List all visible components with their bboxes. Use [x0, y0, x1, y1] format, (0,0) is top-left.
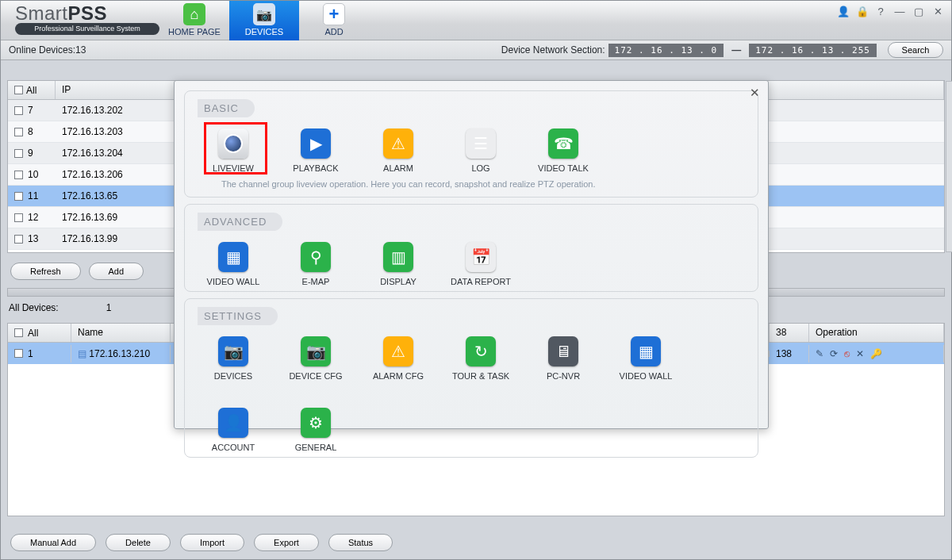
videowall-icon: ▦	[218, 242, 248, 272]
delete-button[interactable]: Delete	[106, 534, 171, 551]
pcnvr-icon: 🖥	[548, 336, 578, 366]
delete-icon[interactable]: ✕	[856, 348, 864, 359]
tab-devices[interactable]: 📷 DEVICES	[229, 1, 299, 40]
devicecfg-icon: 📷	[301, 336, 331, 366]
tab-home-page[interactable]: ⌂ HOME PAGE	[159, 1, 229, 40]
video-talk-button[interactable]: ☎VIDEO TALK	[536, 128, 591, 173]
pc-nvr-button[interactable]: 🖥PC-NVR	[536, 336, 591, 381]
checkbox[interactable]	[14, 192, 23, 201]
devices-settings-button[interactable]: 📷DEVICES	[205, 336, 261, 381]
dash: —	[731, 44, 741, 56]
row-index: 13	[28, 233, 38, 244]
vertical-scrollbar[interactable]	[946, 81, 952, 252]
edit-icon[interactable]: ✎	[816, 348, 823, 359]
general-icon: ⚙	[301, 408, 331, 438]
minimize-icon[interactable]: —	[894, 6, 905, 17]
devices-icon: 📷	[253, 3, 275, 25]
checkbox[interactable]	[14, 235, 23, 244]
checkbox[interactable]	[14, 171, 23, 179]
alarm-button[interactable]: ⚠ALARM	[370, 128, 426, 173]
video-wall-settings-button[interactable]: ▦VIDEO WALL	[618, 336, 674, 381]
tab-label: ADD	[324, 27, 343, 36]
videotalk-icon: ☎	[548, 128, 578, 159]
checkbox[interactable]	[14, 349, 23, 358]
ip-to-input[interactable]: 172 . 16 . 13 . 255	[749, 44, 877, 57]
manual-add-button[interactable]: Manual Add	[10, 534, 96, 551]
brand-title-bold: PSS	[68, 2, 108, 24]
basic-title: BASIC	[198, 99, 255, 117]
checkbox[interactable]	[14, 149, 23, 158]
checkbox[interactable]	[14, 106, 23, 115]
lock-icon[interactable]: 🔒	[856, 6, 867, 17]
export-button[interactable]: Export	[254, 534, 319, 551]
liveview-button[interactable]: LIVEVIEW	[205, 128, 261, 173]
footer-buttons: Manual Add Delete Import Export Status	[10, 534, 393, 551]
col-all[interactable]: All	[8, 81, 56, 99]
launch-label: E-MAP	[302, 277, 330, 286]
tab-label: DEVICES	[245, 27, 283, 36]
launch-label: PC-NVR	[547, 371, 580, 381]
title-bar: SmartPSS Professional Surveillance Syste…	[1, 1, 951, 40]
playback-button[interactable]: ▶PLAYBACK	[288, 128, 344, 173]
checkbox[interactable]	[14, 128, 23, 136]
row-operations: ✎ ⟳ ⎋ ✕ 🔑	[809, 345, 944, 362]
online-devices-count: 13	[75, 44, 86, 56]
row-index: 9	[28, 148, 33, 159]
col-operation[interactable]: Operation	[809, 324, 944, 342]
datareport-icon: 📅	[466, 242, 496, 272]
device-name-text: 172.16.13.210	[89, 348, 150, 359]
liveview-hint: The channel group liveview operation. He…	[198, 178, 745, 197]
launch-label: LIVEVIEW	[213, 163, 254, 173]
data-report-button[interactable]: 📅DATA REPORT	[453, 242, 509, 286]
ip-from-input[interactable]: 172 . 16 . 13 . 0	[608, 44, 724, 57]
online-buttons: Refresh Add	[10, 263, 144, 280]
checkbox[interactable]	[14, 86, 23, 94]
videowall-icon: ▦	[631, 336, 661, 366]
col-all[interactable]: All	[8, 324, 71, 342]
tab-add[interactable]: + ADD	[299, 1, 369, 40]
launch-label: VIDEO TALK	[538, 163, 589, 173]
log-button[interactable]: ☰LOG	[453, 128, 509, 173]
row-index: 1	[28, 348, 33, 359]
home-icon: ⌂	[183, 3, 205, 25]
general-button[interactable]: ⚙GENERAL	[288, 408, 344, 452]
video-wall-button[interactable]: ▦VIDEO WALL	[205, 242, 261, 286]
close-icon[interactable]: ✕	[750, 86, 760, 100]
refresh-button[interactable]: Refresh	[10, 263, 81, 280]
launch-label: DEVICE CFG	[289, 371, 342, 381]
maximize-icon[interactable]: ▢	[913, 6, 924, 17]
row-index: 10	[28, 169, 38, 180]
account-button[interactable]: 👤ACCOUNT	[205, 408, 261, 452]
col-port[interactable]: 38	[770, 324, 809, 342]
emap-icon: ⚲	[301, 242, 331, 272]
logout-icon[interactable]: ⎋	[844, 348, 850, 359]
all-devices-label: All Devices:	[9, 302, 59, 313]
dvr-icon: ▤	[78, 348, 86, 359]
alarmcfg-icon: ⚠	[383, 336, 413, 366]
user-icon[interactable]: 👤	[837, 6, 848, 17]
tab-label: HOME PAGE	[168, 27, 221, 36]
import-button[interactable]: Import	[180, 534, 244, 551]
device-cfg-button[interactable]: 📷DEVICE CFG	[288, 336, 344, 381]
launch-label: LOG	[471, 163, 489, 173]
alarm-cfg-button[interactable]: ⚠ALARM CFG	[370, 336, 426, 381]
emap-button[interactable]: ⚲E-MAP	[288, 242, 344, 286]
checkbox[interactable]	[14, 213, 23, 222]
advanced-section: ADVANCED ▦VIDEO WALL ⚲E-MAP ▥DISPLAY 📅DA…	[184, 204, 758, 292]
col-name[interactable]: Name	[71, 324, 171, 342]
search-button[interactable]: Search	[888, 42, 943, 58]
display-button[interactable]: ▥DISPLAY	[370, 242, 426, 286]
launch-label: ALARM	[383, 163, 413, 173]
tour-task-button[interactable]: ↻TOUR & TASK	[453, 336, 509, 381]
refresh-icon[interactable]: ⟳	[830, 348, 838, 359]
row-index: 7	[28, 105, 33, 116]
status-button[interactable]: Status	[328, 534, 393, 551]
key-icon[interactable]: 🔑	[870, 348, 882, 359]
checkbox[interactable]	[14, 328, 23, 337]
add-button[interactable]: Add	[89, 263, 144, 280]
launch-label: GENERAL	[295, 443, 337, 452]
launch-label: ACCOUNT	[212, 443, 255, 452]
app-window: SmartPSS Professional Surveillance Syste…	[0, 0, 952, 560]
help-icon[interactable]: ?	[875, 6, 886, 17]
close-icon[interactable]: ✕	[932, 6, 943, 17]
